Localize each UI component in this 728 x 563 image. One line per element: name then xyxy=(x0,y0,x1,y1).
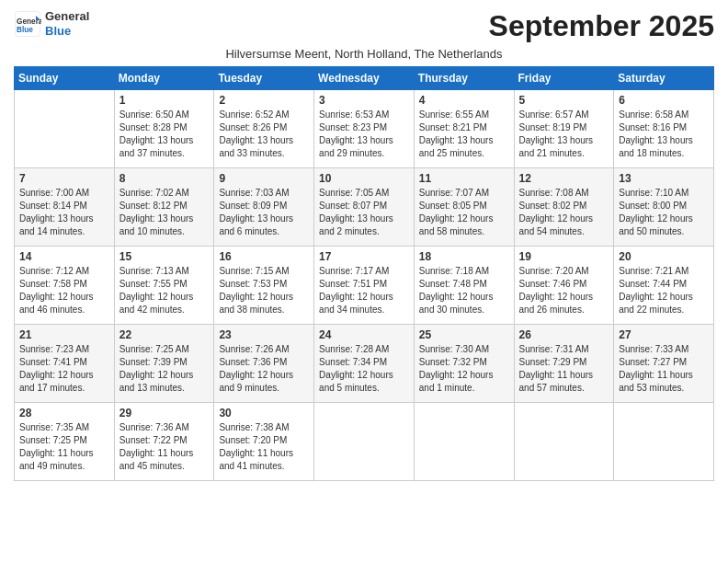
calendar-cell: 26Sunrise: 7:31 AM Sunset: 7:29 PM Dayli… xyxy=(514,325,614,403)
calendar-cell xyxy=(314,403,415,481)
header-top: General Blue General Blue September 2025 xyxy=(14,9,714,43)
day-info: Sunrise: 7:23 AM Sunset: 7:41 PM Dayligh… xyxy=(19,343,109,395)
day-number: 6 xyxy=(619,94,709,107)
day-info: Sunrise: 7:05 AM Sunset: 8:07 PM Dayligh… xyxy=(319,187,409,238)
day-info: Sunrise: 7:13 AM Sunset: 7:55 PM Dayligh… xyxy=(119,265,210,316)
calendar-cell: 25Sunrise: 7:30 AM Sunset: 7:32 PM Dayli… xyxy=(414,325,514,403)
calendar-cell: 7Sunrise: 7:00 AM Sunset: 8:14 PM Daylig… xyxy=(15,168,115,247)
calendar-table: SundayMondayTuesdayWednesdayThursdayFrid… xyxy=(14,66,714,481)
day-info: Sunrise: 7:21 AM Sunset: 7:44 PM Dayligh… xyxy=(619,265,709,316)
calendar-cell: 3Sunrise: 6:53 AM Sunset: 8:23 PM Daylig… xyxy=(314,90,415,168)
calendar-cell: 4Sunrise: 6:55 AM Sunset: 8:21 PM Daylig… xyxy=(414,90,514,168)
calendar-cell: 10Sunrise: 7:05 AM Sunset: 8:07 PM Dayli… xyxy=(314,168,415,247)
day-info: Sunrise: 7:15 AM Sunset: 7:53 PM Dayligh… xyxy=(219,265,309,316)
calendar-cell: 5Sunrise: 6:57 AM Sunset: 8:19 PM Daylig… xyxy=(514,90,614,168)
day-info: Sunrise: 6:53 AM Sunset: 8:23 PM Dayligh… xyxy=(319,109,409,160)
logo-blue: Blue xyxy=(45,24,89,39)
day-number: 25 xyxy=(419,328,509,341)
calendar-cell: 22Sunrise: 7:25 AM Sunset: 7:39 PM Dayli… xyxy=(114,325,214,403)
calendar-cell: 15Sunrise: 7:13 AM Sunset: 7:55 PM Dayli… xyxy=(114,247,214,325)
calendar-cell: 28Sunrise: 7:35 AM Sunset: 7:25 PM Dayli… xyxy=(15,403,115,481)
day-info: Sunrise: 7:17 AM Sunset: 7:51 PM Dayligh… xyxy=(319,265,409,316)
calendar-header-row: SundayMondayTuesdayWednesdayThursdayFrid… xyxy=(15,67,714,90)
calendar-cell: 29Sunrise: 7:36 AM Sunset: 7:22 PM Dayli… xyxy=(114,403,214,481)
calendar-cell: 13Sunrise: 7:10 AM Sunset: 8:00 PM Dayli… xyxy=(614,168,714,247)
calendar-cell xyxy=(15,90,115,168)
day-number: 13 xyxy=(619,172,709,185)
day-info: Sunrise: 7:18 AM Sunset: 7:48 PM Dayligh… xyxy=(419,265,509,316)
day-number: 9 xyxy=(219,172,309,185)
calendar-cell xyxy=(414,403,514,481)
day-info: Sunrise: 7:12 AM Sunset: 7:58 PM Dayligh… xyxy=(19,265,109,316)
day-number: 19 xyxy=(519,250,609,263)
subtitle: Hilversumse Meent, North Holland, The Ne… xyxy=(14,47,714,61)
calendar-week-row: 21Sunrise: 7:23 AM Sunset: 7:41 PM Dayli… xyxy=(15,325,714,403)
day-info: Sunrise: 7:35 AM Sunset: 7:25 PM Dayligh… xyxy=(19,421,109,473)
page-container: General Blue General Blue September 2025… xyxy=(0,0,728,495)
calendar-cell: 14Sunrise: 7:12 AM Sunset: 7:58 PM Dayli… xyxy=(15,247,115,325)
day-number: 10 xyxy=(319,172,409,185)
day-number: 2 xyxy=(219,94,309,107)
day-number: 7 xyxy=(19,172,109,185)
svg-text:Blue: Blue xyxy=(17,26,33,34)
day-number: 28 xyxy=(19,407,109,419)
day-info: Sunrise: 7:20 AM Sunset: 7:46 PM Dayligh… xyxy=(519,265,609,316)
calendar-cell: 21Sunrise: 7:23 AM Sunset: 7:41 PM Dayli… xyxy=(15,325,115,403)
day-info: Sunrise: 7:28 AM Sunset: 7:34 PM Dayligh… xyxy=(319,343,409,395)
day-number: 30 xyxy=(219,407,309,419)
calendar-cell: 17Sunrise: 7:17 AM Sunset: 7:51 PM Dayli… xyxy=(314,247,415,325)
day-number: 15 xyxy=(119,250,210,263)
day-info: Sunrise: 6:58 AM Sunset: 8:16 PM Dayligh… xyxy=(619,109,709,160)
day-info: Sunrise: 7:08 AM Sunset: 8:02 PM Dayligh… xyxy=(519,187,609,238)
calendar-cell: 27Sunrise: 7:33 AM Sunset: 7:27 PM Dayli… xyxy=(614,325,714,403)
day-info: Sunrise: 7:36 AM Sunset: 7:22 PM Dayligh… xyxy=(119,421,210,473)
calendar-header-friday: Friday xyxy=(514,67,614,90)
day-number: 3 xyxy=(319,94,409,107)
day-number: 20 xyxy=(619,250,709,263)
day-info: Sunrise: 6:52 AM Sunset: 8:26 PM Dayligh… xyxy=(219,109,309,160)
day-number: 12 xyxy=(519,172,609,185)
calendar-week-row: 28Sunrise: 7:35 AM Sunset: 7:25 PM Dayli… xyxy=(15,403,714,481)
calendar-header-thursday: Thursday xyxy=(414,67,514,90)
calendar-cell: 19Sunrise: 7:20 AM Sunset: 7:46 PM Dayli… xyxy=(514,247,614,325)
day-info: Sunrise: 7:03 AM Sunset: 8:09 PM Dayligh… xyxy=(219,187,309,238)
day-number: 1 xyxy=(119,94,210,107)
logo-text: General Blue xyxy=(45,9,89,38)
logo-icon: General Blue xyxy=(14,10,41,38)
day-info: Sunrise: 6:50 AM Sunset: 8:28 PM Dayligh… xyxy=(119,109,210,160)
calendar-cell: 8Sunrise: 7:02 AM Sunset: 8:12 PM Daylig… xyxy=(114,168,214,247)
month-title: September 2025 xyxy=(489,9,714,43)
day-number: 22 xyxy=(119,328,210,341)
calendar-cell: 18Sunrise: 7:18 AM Sunset: 7:48 PM Dayli… xyxy=(414,247,514,325)
calendar-cell: 12Sunrise: 7:08 AM Sunset: 8:02 PM Dayli… xyxy=(514,168,614,247)
day-number: 11 xyxy=(419,172,509,185)
calendar-week-row: 14Sunrise: 7:12 AM Sunset: 7:58 PM Dayli… xyxy=(15,247,714,325)
calendar-week-row: 7Sunrise: 7:00 AM Sunset: 8:14 PM Daylig… xyxy=(15,168,714,247)
logo-general: General xyxy=(45,9,89,24)
calendar-cell xyxy=(614,403,714,481)
calendar-cell: 30Sunrise: 7:38 AM Sunset: 7:20 PM Dayli… xyxy=(214,403,314,481)
day-number: 14 xyxy=(19,250,109,263)
calendar-cell: 9Sunrise: 7:03 AM Sunset: 8:09 PM Daylig… xyxy=(214,168,314,247)
day-number: 23 xyxy=(219,328,309,341)
day-info: Sunrise: 7:25 AM Sunset: 7:39 PM Dayligh… xyxy=(119,343,210,395)
day-info: Sunrise: 7:26 AM Sunset: 7:36 PM Dayligh… xyxy=(219,343,309,395)
calendar-cell: 23Sunrise: 7:26 AM Sunset: 7:36 PM Dayli… xyxy=(214,325,314,403)
day-number: 17 xyxy=(319,250,409,263)
day-info: Sunrise: 6:57 AM Sunset: 8:19 PM Dayligh… xyxy=(519,109,609,160)
day-info: Sunrise: 6:55 AM Sunset: 8:21 PM Dayligh… xyxy=(419,109,509,160)
day-info: Sunrise: 7:33 AM Sunset: 7:27 PM Dayligh… xyxy=(619,343,709,395)
calendar-cell: 16Sunrise: 7:15 AM Sunset: 7:53 PM Dayli… xyxy=(214,247,314,325)
calendar-header-tuesday: Tuesday xyxy=(214,67,314,90)
day-info: Sunrise: 7:30 AM Sunset: 7:32 PM Dayligh… xyxy=(419,343,509,395)
day-number: 18 xyxy=(419,250,509,263)
day-info: Sunrise: 7:07 AM Sunset: 8:05 PM Dayligh… xyxy=(419,187,509,238)
day-number: 29 xyxy=(119,407,210,419)
calendar-cell: 1Sunrise: 6:50 AM Sunset: 8:28 PM Daylig… xyxy=(114,90,214,168)
day-number: 21 xyxy=(19,328,109,341)
day-number: 4 xyxy=(419,94,509,107)
day-number: 8 xyxy=(119,172,210,185)
calendar-header-saturday: Saturday xyxy=(614,67,714,90)
calendar-week-row: 1Sunrise: 6:50 AM Sunset: 8:28 PM Daylig… xyxy=(15,90,714,168)
calendar-header-monday: Monday xyxy=(114,67,214,90)
